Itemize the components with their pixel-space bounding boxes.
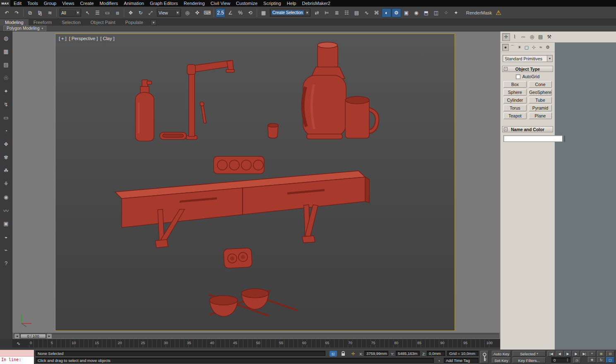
select-and-rotate-icon[interactable]: ↻ <box>136 8 145 17</box>
y-coordinate-field[interactable]: 5485,163m <box>396 351 420 356</box>
play-icon[interactable]: ▶ <box>564 351 572 357</box>
time-slider-handle[interactable]: 0 / 100 <box>20 334 46 338</box>
bind-to-space-warp-icon[interactable]: ≋ <box>45 8 55 17</box>
object-type-button[interactable]: Torus <box>503 105 527 111</box>
viewport[interactable]: [ + ] [ Perspective ] [ Clay ] <box>55 34 455 331</box>
tab-populate[interactable]: Populate <box>120 19 148 26</box>
mirror-icon[interactable]: ⇄ <box>312 8 322 17</box>
model-outlet[interactable] <box>224 248 252 268</box>
go-to-start-icon[interactable]: |◀ <box>547 351 555 357</box>
utilities-tab-icon[interactable]: ⚒ <box>545 33 553 41</box>
display-tab-icon[interactable]: ▤ <box>537 33 544 41</box>
primitives-dropdown[interactable]: Standard Primitives ▾ <box>503 55 553 62</box>
object-type-button[interactable]: Plane <box>529 113 552 119</box>
state-sets-icon[interactable]: ⬒ <box>421 8 431 17</box>
previous-frame-arrow-icon[interactable]: ◄ <box>14 334 19 338</box>
window-crossing-icon[interactable]: ⧈ <box>113 8 122 17</box>
zoom-icon[interactable]: ⌖ <box>588 351 596 357</box>
render-production-icon[interactable]: ◉ <box>411 8 421 17</box>
layer-manager-icon[interactable]: ≣ <box>332 8 342 17</box>
left-tool-icon-12[interactable]: ⚘ <box>1 179 11 188</box>
autogrid-checkbox[interactable] <box>516 74 520 79</box>
go-to-end-icon[interactable]: ▶| <box>580 351 588 357</box>
array-tool-icon[interactable]: ⁘ <box>441 8 451 17</box>
model-switch-plate[interactable] <box>214 156 264 174</box>
percent-snap-icon[interactable]: % <box>236 8 245 17</box>
menu-item[interactable]: Tools <box>24 0 41 7</box>
object-color-swatch[interactable] <box>564 136 565 142</box>
isolate-selection-icon[interactable]: ◱ <box>330 351 337 357</box>
key-filters-button[interactable]: Key Filters... <box>513 357 546 363</box>
rendered-frame-window-icon[interactable]: ▣ <box>402 8 411 17</box>
zoom-extents-icon[interactable]: ⊡ <box>606 351 614 357</box>
object-type-button[interactable]: Tube <box>529 97 552 103</box>
model-mug[interactable] <box>345 96 377 138</box>
model-coffee-maker[interactable] <box>303 42 346 139</box>
viewport-pov-menu[interactable]: [ Perspective ] <box>69 36 98 41</box>
object-type-rollout-header[interactable]: − Object Type <box>502 66 553 72</box>
left-tool-icon-7[interactable]: ▭ <box>1 113 11 122</box>
tab-freeform[interactable]: Freeform <box>29 19 57 26</box>
previous-frame-icon[interactable]: ◀ <box>556 351 563 357</box>
curve-editor-icon[interactable]: ∿ <box>362 8 371 17</box>
hierarchy-tab-icon[interactable]: ⎓ <box>520 33 527 41</box>
tab-object-paint[interactable]: Object Paint <box>86 19 120 26</box>
left-tool-icon-16[interactable]: ◒ <box>1 232 11 241</box>
object-type-button[interactable]: Cylinder <box>503 97 527 103</box>
rendermask-label[interactable]: RenderMask <box>466 10 492 15</box>
shapes-category-icon[interactable]: ⌒ <box>509 44 516 51</box>
tab-modeling[interactable]: Modeling <box>0 19 29 26</box>
set-keys-button[interactable] <box>480 351 488 363</box>
left-tool-icon-14[interactable]: 〰 <box>1 206 11 215</box>
left-tool-icon-9[interactable]: ❖ <box>1 139 11 148</box>
redo-icon[interactable]: ↷ <box>12 8 22 17</box>
left-tool-icon-11[interactable]: ☘ <box>1 166 11 175</box>
unlink-selection-icon[interactable]: ⧎ <box>35 8 45 17</box>
listener-line[interactable]: In line: <box>0 357 34 364</box>
next-frame-icon[interactable]: ▶ <box>572 351 580 357</box>
orbit-icon[interactable]: ↻ <box>597 357 605 363</box>
z-coordinate-field[interactable]: 0,0mm <box>427 351 445 356</box>
pan-icon[interactable]: ✥ <box>588 357 596 363</box>
model-pet-bowls[interactable] <box>209 289 297 316</box>
time-configuration-icon[interactable]: ◷ <box>573 357 581 363</box>
auto-key-button[interactable]: Auto Key <box>492 351 511 357</box>
material-editor-icon[interactable]: ◐ <box>382 8 391 17</box>
edit-named-selection-sets-icon[interactable]: ▦ <box>259 8 268 17</box>
left-tool-icon-13[interactable]: ◉ <box>1 192 11 201</box>
menu-item[interactable]: Animation <box>121 0 147 7</box>
select-and-manipulate-icon[interactable]: ✜ <box>192 8 202 17</box>
viewport-canvas[interactable] <box>55 34 455 331</box>
angle-snap-icon[interactable]: ∠ <box>226 8 235 17</box>
object-type-button[interactable]: Cone <box>529 81 552 88</box>
ribbon-toggle-icon[interactable]: ▤ <box>352 8 361 17</box>
left-tool-icon-17[interactable]: ⌁ <box>1 245 11 254</box>
menu-item[interactable]: Help <box>284 0 299 7</box>
current-frame-field[interactable]: 0 ▲▼ <box>551 357 570 363</box>
object-name-input[interactable] <box>503 135 563 142</box>
model-shelf[interactable] <box>115 171 369 248</box>
left-tool-icon-1[interactable]: ◍ <box>1 34 11 43</box>
named-selection-set-dropdown[interactable]: Create Selection Se▾ <box>270 9 310 17</box>
selection-lock-icon[interactable] <box>339 351 347 357</box>
help-icon[interactable]: ? <box>1 259 11 268</box>
max-logo[interactable]: MAX <box>0 0 11 7</box>
absolute-mode-icon[interactable]: ✛ <box>349 351 357 357</box>
schematic-view-icon[interactable]: ⌘ <box>372 8 381 17</box>
left-tool-icon-4[interactable]: ☉ <box>1 73 11 82</box>
space-warps-category-icon[interactable]: ≈ <box>537 44 544 51</box>
time-slider-track[interactable]: ◄ 0 / 100 ► <box>14 333 499 338</box>
menu-item[interactable]: Rendering <box>181 0 208 7</box>
x-coordinate-field[interactable]: 3759,99mm <box>364 351 388 356</box>
menu-item[interactable]: Views <box>59 0 77 7</box>
maxscript-mini-listener[interactable]: In line: <box>0 350 34 364</box>
model-soap-bottle[interactable] <box>135 80 154 141</box>
maximize-viewport-icon[interactable]: ▢ <box>606 357 614 363</box>
selection-filter-dropdown[interactable]: All▾ <box>60 9 81 17</box>
next-frame-arrow-icon[interactable]: ► <box>47 334 52 338</box>
set-key-button[interactable]: Set Key <box>492 357 511 363</box>
undo-icon[interactable]: ↶ <box>2 8 12 17</box>
left-tool-icon-6[interactable]: ↯ <box>1 100 11 109</box>
use-pivot-point-icon[interactable]: ◎ <box>183 8 192 17</box>
mini-curve-editor-icon[interactable]: ∿ <box>17 341 20 346</box>
